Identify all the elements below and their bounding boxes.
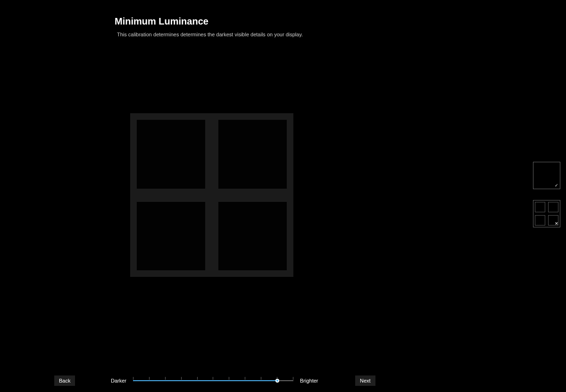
slider-tick: [197, 377, 198, 380]
luminance-slider[interactable]: [133, 376, 293, 385]
slider-track: [133, 380, 293, 381]
slider-tick: [293, 377, 293, 380]
header: Minimum Luminance This calibration deter…: [115, 16, 303, 37]
reference-grid-cell: [548, 202, 558, 212]
footer-bar: Back Darker Brighter Next: [0, 374, 566, 387]
calibration-target: [130, 113, 293, 277]
slider-tick: [245, 377, 245, 380]
reference-grid-cell: [535, 202, 545, 212]
calibration-square: [218, 120, 287, 189]
calibration-square: [137, 120, 205, 189]
slider-tick: [149, 377, 150, 380]
slider-tick: [213, 377, 213, 380]
luminance-slider-container: Darker Brighter: [111, 376, 318, 385]
calibration-square: [137, 202, 205, 271]
slider-tick: [261, 377, 261, 380]
calibration-square: [218, 202, 287, 271]
slider-label-brighter: Brighter: [300, 378, 318, 384]
page-subtitle: This calibration determines determines t…: [117, 32, 303, 37]
slider-ticks: [133, 374, 293, 379]
slider-tick: [133, 377, 133, 380]
cross-icon: ✕: [555, 221, 558, 226]
page-title: Minimum Luminance: [115, 16, 303, 27]
slider-thumb[interactable]: [275, 379, 279, 383]
reference-correct: ✓: [533, 162, 560, 189]
reference-grid-cell: [535, 215, 545, 225]
slider-fill: [133, 380, 277, 381]
back-button[interactable]: Back: [54, 375, 75, 386]
slider-tick: [229, 377, 229, 380]
slider-label-darker: Darker: [111, 378, 126, 384]
slider-tick: [181, 377, 182, 380]
slider-tick: [165, 377, 166, 380]
reference-panel: ✓ ✕: [533, 162, 560, 227]
check-icon: ✓: [555, 183, 558, 188]
reference-wrong: ✕: [533, 200, 560, 227]
next-button[interactable]: Next: [355, 375, 375, 386]
